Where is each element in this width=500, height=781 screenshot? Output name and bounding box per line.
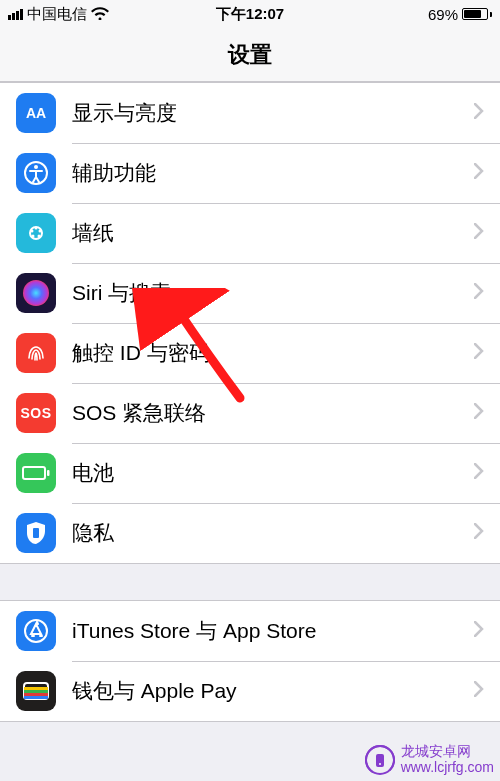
chevron-right-icon xyxy=(474,103,484,123)
row-label: 电池 xyxy=(72,459,474,487)
signal-icon xyxy=(8,9,23,20)
row-sos[interactable]: SOS SOS 紧急联络 xyxy=(0,383,500,443)
row-label: 墙纸 xyxy=(72,219,474,247)
row-display-brightness[interactable]: AA 显示与亮度 xyxy=(0,83,500,143)
svg-rect-16 xyxy=(24,690,48,693)
settings-group-store: iTunes Store 与 App Store 钱包与 Apple Pay xyxy=(0,600,500,722)
svg-rect-21 xyxy=(376,754,384,767)
appstore-icon xyxy=(16,611,56,651)
svg-point-9 xyxy=(23,280,49,306)
status-bar: 中国电信 下午12:07 69% xyxy=(0,0,500,28)
row-siri-search[interactable]: Siri 与搜索 xyxy=(0,263,500,323)
svg-point-6 xyxy=(38,235,41,238)
svg-point-7 xyxy=(32,235,35,238)
chevron-right-icon xyxy=(474,681,484,701)
row-label: 显示与亮度 xyxy=(72,99,474,127)
row-privacy[interactable]: 隐私 xyxy=(0,503,500,563)
row-accessibility[interactable]: 辅助功能 xyxy=(0,143,500,203)
watermark-text: 龙城安卓网 www.lcjrfg.com xyxy=(401,744,494,775)
svg-point-4 xyxy=(35,227,38,230)
privacy-icon xyxy=(16,513,56,553)
svg-rect-18 xyxy=(24,696,48,699)
svg-point-22 xyxy=(379,763,381,765)
svg-point-2 xyxy=(34,165,38,169)
svg-point-8 xyxy=(31,230,34,233)
row-touchid-passcode[interactable]: 触控 ID 与密码 xyxy=(0,323,500,383)
row-label: 辅助功能 xyxy=(72,159,474,187)
settings-group-general: AA 显示与亮度 辅助功能 墙纸 Siri 与搜索 xyxy=(0,82,500,564)
row-label: 隐私 xyxy=(72,519,474,547)
row-label: 钱包与 Apple Pay xyxy=(72,677,474,705)
row-label: SOS 紧急联络 xyxy=(72,399,474,427)
wallpaper-icon xyxy=(16,213,56,253)
svg-rect-15 xyxy=(24,687,48,690)
chevron-right-icon xyxy=(474,223,484,243)
chevron-right-icon xyxy=(474,463,484,483)
chevron-right-icon xyxy=(474,523,484,543)
row-battery[interactable]: 电池 xyxy=(0,443,500,503)
svg-rect-10 xyxy=(23,467,45,479)
svg-rect-11 xyxy=(47,470,50,476)
status-left: 中国电信 xyxy=(8,5,109,24)
chevron-right-icon xyxy=(474,343,484,363)
page-title: 设置 xyxy=(228,40,272,70)
chevron-right-icon xyxy=(474,621,484,641)
svg-rect-12 xyxy=(33,528,39,538)
chevron-right-icon xyxy=(474,403,484,423)
touchid-icon xyxy=(16,333,56,373)
settings-screen: 中国电信 下午12:07 69% 设置 AA 显示与亮度 xyxy=(0,0,500,781)
sos-icon: SOS xyxy=(16,393,56,433)
watermark-line2: www.lcjrfg.com xyxy=(401,760,494,775)
battery-fill xyxy=(464,10,481,18)
wifi-icon xyxy=(91,6,109,23)
battery-icon xyxy=(462,8,492,20)
status-right: 69% xyxy=(428,6,492,23)
watermark-logo-icon xyxy=(365,745,395,775)
chevron-right-icon xyxy=(474,283,484,303)
watermark: 龙城安卓网 www.lcjrfg.com xyxy=(365,744,494,775)
wallet-icon xyxy=(16,671,56,711)
row-label: iTunes Store 与 App Store xyxy=(72,617,474,645)
display-icon: AA xyxy=(16,93,56,133)
row-wallet-applepay[interactable]: 钱包与 Apple Pay xyxy=(0,661,500,721)
battery-percent: 69% xyxy=(428,6,458,23)
svg-text:AA: AA xyxy=(26,105,46,121)
accessibility-icon xyxy=(16,153,56,193)
watermark-line1: 龙城安卓网 xyxy=(401,744,494,759)
row-label: Siri 与搜索 xyxy=(72,279,474,307)
nav-bar: 设置 xyxy=(0,28,500,82)
svg-rect-17 xyxy=(24,693,48,696)
battery-settings-icon xyxy=(16,453,56,493)
row-itunes-appstore[interactable]: iTunes Store 与 App Store xyxy=(0,601,500,661)
row-wallpaper[interactable]: 墙纸 xyxy=(0,203,500,263)
row-label: 触控 ID 与密码 xyxy=(72,339,474,367)
siri-icon xyxy=(16,273,56,313)
chevron-right-icon xyxy=(474,163,484,183)
status-time: 下午12:07 xyxy=(216,5,284,24)
svg-point-5 xyxy=(39,230,42,233)
carrier-label: 中国电信 xyxy=(27,5,87,24)
